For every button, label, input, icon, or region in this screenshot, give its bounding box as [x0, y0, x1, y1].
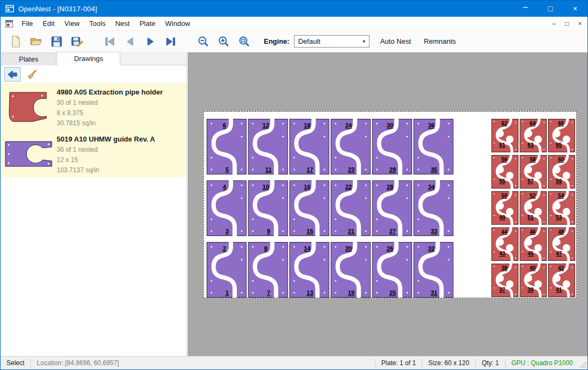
part-number: 63 — [528, 142, 534, 148]
status-size: Size: 60 x 120 — [422, 356, 475, 369]
red-part-pair[interactable]: 4645 — [520, 227, 546, 261]
zoom-out-icon — [197, 35, 210, 48]
list-item-drawing-1[interactable]: 4980 A05 Extraction pipe holder 30 of 1 … — [1, 83, 187, 130]
red-part-pair[interactable]: 5453 — [549, 191, 575, 225]
zoom-fit-button[interactable] — [236, 33, 253, 50]
part-number: 26 — [387, 245, 393, 252]
purple-part-pair[interactable]: 1413 — [290, 242, 329, 298]
resize-grip[interactable] — [579, 356, 587, 369]
part-number: 5 — [225, 166, 229, 173]
part-number: 53 — [556, 214, 562, 220]
red-part-pair[interactable]: 6261 — [492, 119, 518, 152]
zoom-in-button[interactable] — [215, 33, 233, 50]
purple-part-pair[interactable]: 3433 — [414, 180, 453, 236]
purple-part-pair[interactable]: 2827 — [372, 180, 412, 236]
app-icon — [5, 4, 14, 13]
part-number: 62 — [501, 120, 508, 126]
part-number: 20 — [345, 245, 352, 252]
engine-selected-value: Default — [298, 37, 359, 45]
menu-window[interactable]: Window — [160, 17, 195, 30]
red-part-pair[interactable]: 4847 — [549, 227, 575, 261]
go-previous-button[interactable] — [121, 33, 139, 50]
engine-select[interactable]: Default ▾ — [294, 35, 370, 48]
go-last-button[interactable] — [162, 33, 180, 50]
part-thumbnail-red — [1, 83, 57, 130]
part-number: 13 — [306, 290, 313, 296]
clean-button[interactable] — [24, 67, 40, 82]
remnants-button[interactable]: Remnants — [422, 35, 458, 48]
save-as-button[interactable] — [69, 33, 86, 50]
part-number: 17 — [306, 166, 313, 173]
red-part-pair[interactable]: 4039 — [520, 264, 546, 297]
red-part-pair[interactable]: 6463 — [520, 119, 546, 152]
purple-part-pair[interactable]: 109 — [248, 180, 288, 236]
purple-part-pair[interactable]: 2423 — [331, 119, 371, 174]
purple-part-pair[interactable]: 1817 — [290, 119, 329, 174]
mdi-close-button[interactable]: × — [575, 20, 585, 28]
menu-file[interactable]: File — [17, 17, 38, 30]
go-next-button[interactable] — [142, 33, 159, 50]
title-bar: OpenNest - [N0317-004] – □ × — [1, 1, 587, 17]
part-number: 52 — [530, 193, 536, 199]
part-number: 35 — [430, 166, 437, 173]
red-part-pair[interactable]: 5655 — [492, 155, 518, 189]
red-part-pair[interactable]: 4241 — [549, 264, 575, 297]
red-part-pair[interactable]: 6059 — [549, 155, 575, 189]
red-part-shape — [8, 91, 50, 123]
menu-nest[interactable]: Nest — [111, 17, 135, 30]
part-number: 11 — [265, 166, 272, 173]
tab-plates[interactable]: Plates — [2, 53, 56, 65]
part-number: 8 — [264, 245, 268, 252]
red-part-pair[interactable]: 5857 — [520, 155, 546, 189]
tab-drawings[interactable]: Drawings — [57, 52, 120, 65]
red-part-pair[interactable]: 6665 — [549, 119, 575, 152]
purple-part-pair[interactable]: 2221 — [331, 180, 371, 236]
nest-canvas[interactable]: 6512111817242330293635431091615222128273… — [188, 52, 587, 356]
red-part-pair[interactable]: 3837 — [492, 264, 518, 297]
list-item-drawing-2[interactable]: 5019 A10 UHMW guide Rev. A 36 of 1 neste… — [1, 130, 187, 177]
save-button[interactable] — [48, 33, 65, 50]
purple-part-pair[interactable]: 2019 — [331, 242, 371, 298]
close-button[interactable]: × — [563, 1, 587, 17]
mdi-minimize-button[interactable]: – — [549, 20, 559, 28]
menu-view[interactable]: View — [59, 17, 84, 30]
purple-part-pair[interactable]: 3635 — [414, 119, 453, 174]
new-button[interactable] — [7, 33, 24, 50]
part-number: 46 — [530, 229, 536, 235]
restore-button[interactable]: □ — [538, 1, 563, 17]
purple-part-pair[interactable]: 87 — [248, 242, 288, 298]
minimize-button[interactable]: – — [513, 1, 538, 17]
part-number: 33 — [430, 228, 437, 234]
purple-part-pair[interactable]: 1615 — [290, 180, 329, 236]
go-first-button[interactable] — [101, 33, 118, 50]
part-number: 56 — [501, 157, 508, 163]
purple-part-pair[interactable]: 21 — [207, 242, 247, 298]
menu-edit[interactable]: Edit — [38, 17, 59, 30]
purple-part-pair[interactable]: 3029 — [372, 119, 412, 174]
back-arrow-button[interactable] — [4, 67, 20, 82]
purple-part-pair[interactable]: 43 — [207, 180, 247, 236]
status-gpu: GPU : Quadro P1000 — [505, 356, 579, 369]
menu-plate[interactable]: Plate — [134, 17, 160, 30]
purple-part-pair[interactable]: 3231 — [414, 242, 453, 298]
menu-tools[interactable]: Tools — [84, 17, 110, 30]
plate[interactable]: 6512111817242330293635431091615222128273… — [203, 111, 577, 298]
purple-part-pair[interactable]: 2625 — [372, 242, 412, 298]
auto-nest-button[interactable]: Auto Nest — [378, 35, 413, 48]
open-button[interactable] — [28, 33, 45, 50]
red-part-pair[interactable]: 5251 — [520, 191, 546, 225]
purple-part-pair[interactable]: 65 — [207, 119, 247, 174]
drawing-nested-count: 36 of 1 nested — [57, 145, 155, 155]
drawing-title: 4980 A05 Extraction pipe holder — [57, 88, 163, 96]
red-part-pair[interactable]: 4443 — [492, 227, 518, 261]
part-number: 40 — [530, 265, 536, 271]
purple-part-pair[interactable]: 1211 — [248, 119, 288, 174]
red-part-pair[interactable]: 5049 — [492, 191, 518, 225]
zoom-out-button[interactable] — [195, 33, 212, 50]
part-number: 39 — [528, 287, 534, 293]
part-number: 59 — [556, 178, 562, 184]
part-number: 15 — [306, 228, 313, 234]
mdi-restore-button[interactable]: □ — [562, 20, 572, 28]
drawing-size: 12 x 15 — [57, 155, 155, 165]
part-number: 54 — [558, 193, 564, 199]
